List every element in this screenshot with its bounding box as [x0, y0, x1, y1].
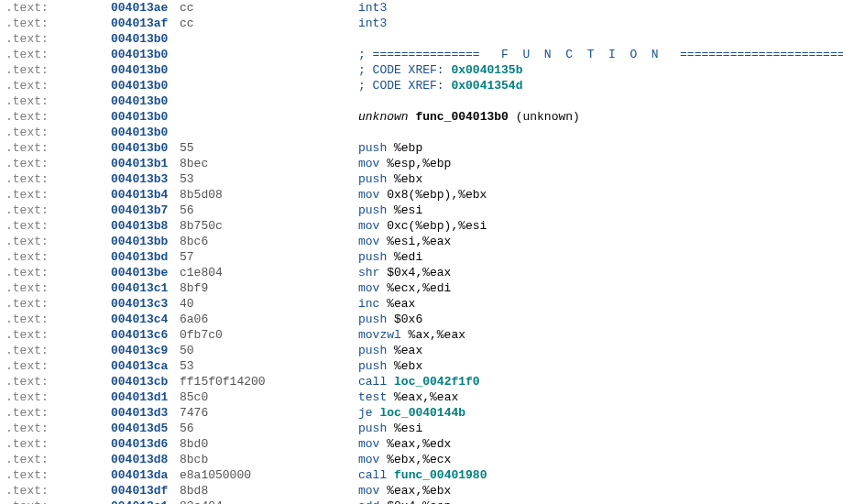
segment-label: .text: — [5, 452, 111, 467]
asm-column: je loc_0040144b — [358, 405, 465, 421]
mnemonic: push — [358, 250, 387, 264]
asm-column: mov %ecx,%edi — [358, 280, 451, 296]
operands: %ebx — [387, 359, 422, 373]
operands: 0x8(%ebp),%ebx — [379, 188, 487, 202]
disasm-row[interactable]: .text:004013ca53push %ebx — [5, 358, 843, 374]
branch-target[interactable]: loc_0040144b — [379, 406, 465, 420]
mnemonic: test — [358, 390, 387, 404]
segment-label: .text: — [5, 203, 111, 218]
disasm-row[interactable]: .text:004013b0 — [5, 93, 843, 109]
address: 004013b0 — [111, 109, 180, 125]
operands: %ax,%eax — [401, 328, 465, 342]
address: 004013cb — [111, 374, 180, 389]
asm-column: int3 — [358, 16, 387, 31]
disasm-row[interactable]: .text:004013c60fb7c0movzwl %ax,%eax — [5, 327, 843, 343]
segment-label: .text: — [5, 62, 111, 78]
mnemonic: mov — [358, 281, 379, 295]
disasm-row[interactable]: .text:004013b055push %ebp — [5, 140, 843, 156]
operands: %edi — [387, 250, 422, 264]
disasm-row[interactable]: .text:004013aeccint3 — [5, 0, 843, 16]
operands: 0xc(%ebp),%esi — [379, 219, 487, 233]
hex-bytes: 8bf9 — [180, 280, 358, 296]
mnemonic: push — [358, 312, 387, 326]
disasm-row[interactable]: .text:004013bd57push %edi — [5, 249, 843, 265]
disasm-row[interactable]: .text:004013b0 — [5, 125, 843, 140]
operands: $0x6 — [387, 312, 422, 326]
operands: %eax,%edx — [379, 437, 451, 451]
disasm-row[interactable]: .text:004013d88bcbmov %ebx,%ecx — [5, 452, 843, 467]
disasm-row[interactable]: .text:004013e183c404add $0x4,%esp — [5, 499, 843, 504]
disasm-row[interactable]: .text:004013b0; CODE XREF: 0x0040135b — [5, 62, 843, 78]
address: 004013b7 — [111, 203, 180, 218]
disasm-row[interactable]: .text:004013cbff15f0f14200call loc_0042f… — [5, 374, 843, 389]
segment-label: .text: — [5, 327, 111, 343]
mnemonic: mov — [358, 157, 379, 170]
hex-bytes — [180, 62, 358, 78]
disasm-row[interactable]: .text:004013bb8bc6mov %esi,%eax — [5, 234, 843, 249]
disasm-row[interactable]: .text:004013afccint3 — [5, 16, 843, 31]
disasm-row[interactable]: .text:004013c18bf9mov %ecx,%edi — [5, 280, 843, 296]
segment-label: .text: — [5, 436, 111, 452]
hex-bytes: cc — [180, 16, 358, 31]
operands: %eax,%ebx — [379, 484, 451, 498]
disasm-row[interactable]: .text:004013c340inc %eax — [5, 296, 843, 312]
disasm-row[interactable]: .text:004013d185c0test %eax,%eax — [5, 389, 843, 405]
asm-column: add $0x4,%esp — [358, 499, 451, 504]
hex-bytes: 53 — [180, 358, 358, 374]
function-name[interactable]: func_004013b0 — [415, 110, 508, 124]
address: 004013b0 — [111, 47, 180, 62]
disasm-row[interactable]: .text:004013c950push %eax — [5, 343, 843, 358]
branch-target[interactable]: loc_0042f1f0 — [394, 375, 480, 389]
asm-column: ; CODE XREF: 0x0040135b — [358, 62, 522, 78]
mnemonic: call — [358, 375, 387, 389]
hex-bytes — [180, 78, 358, 93]
segment-label: .text: — [5, 358, 111, 374]
address: 004013b0 — [111, 140, 180, 156]
disasm-row[interactable]: .text:004013b0unknown func_004013b0 (unk… — [5, 109, 843, 125]
operands: %ebp — [387, 141, 422, 155]
disasm-row[interactable]: .text:004013b353push %ebx — [5, 171, 843, 187]
disasm-row[interactable]: .text:004013df8bd8mov %eax,%ebx — [5, 483, 843, 499]
xref-address[interactable]: 0x0040135b — [451, 63, 522, 77]
disasm-row[interactable]: .text:004013d68bd0mov %eax,%edx — [5, 436, 843, 452]
disasm-row[interactable]: .text:004013b0; CODE XREF: 0x0041354d — [5, 78, 843, 93]
segment-label: .text: — [5, 109, 111, 125]
asm-column: inc %eax — [358, 296, 415, 312]
disasm-row[interactable]: .text:004013b756push %esi — [5, 203, 843, 218]
disasm-row[interactable]: .text:004013b18becmov %esp,%ebp — [5, 156, 843, 171]
hex-bytes: 56 — [180, 421, 358, 436]
xref-address[interactable]: 0x0041354d — [451, 79, 522, 93]
operands: %esi — [387, 422, 422, 435]
address: 004013b0 — [111, 62, 180, 78]
address: 004013c1 — [111, 280, 180, 296]
hex-bytes: 6a06 — [180, 312, 358, 327]
disasm-row[interactable]: .text:004013dae8a1050000call func_004019… — [5, 467, 843, 483]
hex-bytes — [180, 125, 358, 140]
address: 004013d5 — [111, 421, 180, 436]
address: 004013b0 — [111, 125, 180, 140]
address: 004013c4 — [111, 312, 180, 327]
disasm-row[interactable]: .text:004013d37476je loc_0040144b — [5, 405, 843, 421]
disasm-row[interactable]: .text:004013bec1e804shr $0x4,%eax — [5, 265, 843, 280]
asm-column: mov %eax,%edx — [358, 436, 451, 452]
segment-label: .text: — [5, 31, 111, 47]
mnemonic: movzwl — [358, 328, 401, 342]
asm-column: push %edi — [358, 249, 422, 265]
branch-target[interactable]: func_00401980 — [394, 468, 487, 482]
disasm-row[interactable]: .text:004013c46a06push $0x6 — [5, 312, 843, 327]
disasm-row[interactable]: .text:004013d556push %esi — [5, 421, 843, 436]
mnemonic: shr — [358, 266, 379, 279]
disasm-row[interactable]: .text:004013b0 — [5, 31, 843, 47]
disasm-row[interactable]: .text:004013b48b5d08mov 0x8(%ebp),%ebx — [5, 187, 843, 203]
xref-label: ; CODE XREF: — [358, 63, 451, 77]
mnemonic: mov — [358, 453, 379, 466]
segment-label: .text: — [5, 483, 111, 499]
disasm-row[interactable]: .text:004013b88b750cmov 0xc(%ebp),%esi — [5, 218, 843, 234]
mnemonic: mov — [358, 188, 379, 202]
hex-bytes: e8a1050000 — [180, 467, 358, 483]
address: 004013d8 — [111, 452, 180, 467]
segment-label: .text: — [5, 296, 111, 312]
disasm-row[interactable]: .text:004013b0; =============== F U N C … — [5, 47, 843, 62]
mnemonic: mov — [358, 219, 379, 233]
mnemonic: mov — [358, 437, 379, 451]
